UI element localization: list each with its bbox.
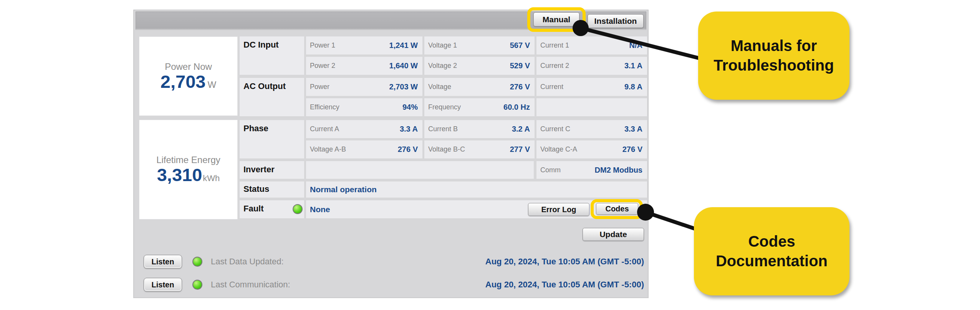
power-now-unit: W	[207, 79, 216, 90]
cell-key: Voltage 2	[428, 62, 457, 70]
cell-key: Current 2	[540, 62, 569, 70]
status-value: Normal operation	[310, 185, 377, 194]
cell-value: 276 V	[622, 145, 642, 154]
connector-line-codes	[646, 212, 697, 229]
last-data-updated-value: Aug 20, 2024, Tue 10:05 AM (GMT -5:00)	[485, 257, 644, 267]
cell-value: 1,241 W	[389, 41, 418, 50]
cell-value: 3.3 A	[624, 125, 642, 134]
cell-key: Current 1	[540, 41, 569, 49]
update-button[interactable]: Update	[583, 228, 644, 241]
cell-current-c: Current C 3.3 A	[536, 120, 647, 138]
power-now-number: 2,703	[161, 71, 206, 92]
cell-voltage2: Voltage 2 529 V	[424, 57, 535, 75]
data-status-led-icon	[192, 257, 202, 267]
cell-key: Comm	[540, 166, 561, 174]
row-label-ac-output: AC Output	[240, 78, 304, 116]
lifetime-energy-unit: kWh	[203, 173, 220, 183]
power-now-card: Power Now 2,703W	[139, 36, 238, 116]
cell-value: 277 V	[510, 145, 530, 154]
cell-ac-power: Power 2,703 W	[306, 78, 422, 96]
cell-key: Voltage 1	[428, 41, 457, 49]
cell-value: 1,640 W	[389, 61, 418, 70]
cell-power2: Power 2 1,640 W	[306, 57, 422, 75]
cell-key: Power 2	[310, 62, 335, 70]
cell-ac-voltage: Voltage 276 V	[424, 78, 535, 96]
cell-current-a: Current A 3.3 A	[306, 120, 422, 138]
installation-button[interactable]: Installation	[588, 14, 644, 28]
manuals-callout: Manuals for Troubleshooting	[698, 12, 849, 100]
manual-button[interactable]: Manual	[533, 12, 579, 26]
cell-key: Frequency	[428, 103, 461, 111]
cell-voltage-ab: Voltage A-B 276 V	[306, 140, 422, 158]
listen-button-data[interactable]: Listen	[144, 255, 182, 269]
row-label-inverter: Inverter	[240, 161, 304, 179]
row-label-dc-input: DC Input	[240, 36, 304, 75]
last-data-updated-label: Last Data Updated:	[211, 257, 284, 267]
cell-voltage1: Voltage 1 567 V	[424, 36, 535, 54]
cell-value: 9.8 A	[624, 82, 642, 91]
cell-inverter-empty	[306, 161, 534, 179]
last-communication-label: Last Communication:	[211, 280, 290, 290]
row-label-fault: Fault	[240, 200, 304, 218]
fault-label-text: Fault	[243, 204, 264, 213]
cell-key: Voltage C-A	[540, 145, 577, 153]
cell-key: Current	[540, 83, 563, 91]
cell-efficiency: Efficiency 94%	[306, 98, 422, 116]
cell-value: 94%	[402, 103, 418, 112]
callout-text: Manuals for	[731, 36, 817, 56]
cell-empty	[536, 98, 647, 116]
inverter-status-panel: Manual Installation Power Now 2,703W Lif…	[133, 10, 649, 298]
cell-value: N/A	[629, 41, 642, 50]
cell-key: Voltage	[428, 83, 451, 91]
error-log-button[interactable]: Error Log	[528, 203, 589, 216]
fault-value: None	[310, 205, 330, 214]
cell-key: Voltage B-C	[428, 145, 465, 153]
cell-current1: Current 1 N/A	[536, 36, 647, 54]
cell-value: 529 V	[510, 61, 530, 70]
cell-value: 2,703 W	[389, 82, 418, 91]
cell-key: Current A	[310, 125, 339, 133]
lifetime-energy-number: 3,310	[157, 165, 202, 185]
last-data-updated-row: Listen Last Data Updated: Aug 20, 2024, …	[144, 254, 647, 269]
codes-callout: Codes Documentation	[694, 207, 849, 295]
lifetime-energy-card: Lifetime Energy 3,310kWh	[139, 120, 238, 219]
last-communication-row: Listen Last Communication: Aug 20, 2024,…	[144, 277, 647, 292]
cell-key: Voltage A-B	[310, 145, 346, 153]
cell-value: 567 V	[510, 41, 530, 50]
cell-value: DM2 Modbus	[595, 166, 642, 175]
listen-button-comm[interactable]: Listen	[144, 278, 182, 292]
cell-key: Efficiency	[310, 103, 339, 111]
lifetime-energy-value: 3,310kWh	[157, 165, 220, 184]
cell-voltage-bc: Voltage B-C 277 V	[424, 140, 535, 158]
cell-value: 60.0 Hz	[503, 103, 530, 112]
comm-status-led-icon	[192, 280, 202, 290]
cell-comm: Comm DM2 Modbus	[536, 161, 647, 179]
cell-frequency: Frequency 60.0 Hz	[424, 98, 535, 116]
cell-value: 3.1 A	[624, 61, 642, 70]
cell-key: Current C	[540, 125, 570, 133]
cell-voltage-ca: Voltage C-A 276 V	[536, 140, 647, 158]
status-row: Normal operation	[306, 181, 647, 198]
row-label-phase: Phase	[240, 120, 304, 158]
row-label-status: Status	[240, 181, 304, 198]
cell-key: Current B	[428, 125, 458, 133]
cell-value: 3.2 A	[512, 125, 530, 134]
cell-current-b: Current B 3.2 A	[424, 120, 535, 138]
cell-value: 276 V	[510, 82, 530, 91]
cell-ac-current: Current 9.8 A	[536, 78, 647, 96]
cell-power1: Power 1 1,241 W	[306, 36, 422, 54]
callout-text: Codes	[748, 232, 795, 251]
last-communication-value: Aug 20, 2024, Tue 10:05 AM (GMT -5:00)	[485, 280, 644, 290]
callout-text: Troubleshooting	[713, 56, 834, 75]
cell-key: Power	[310, 83, 329, 91]
power-now-label: Power Now	[165, 61, 212, 72]
codes-button[interactable]: Codes	[596, 203, 638, 215]
cell-value: 3.3 A	[400, 125, 418, 134]
callout-text: Documentation	[716, 251, 828, 271]
lifetime-energy-label: Lifetime Energy	[156, 155, 220, 165]
cell-current2: Current 2 3.1 A	[536, 57, 647, 75]
power-now-value: 2,703W	[161, 72, 216, 91]
fault-ok-led-icon	[293, 204, 303, 214]
cell-key: Power 1	[310, 41, 335, 49]
cell-value: 276 V	[398, 145, 418, 154]
